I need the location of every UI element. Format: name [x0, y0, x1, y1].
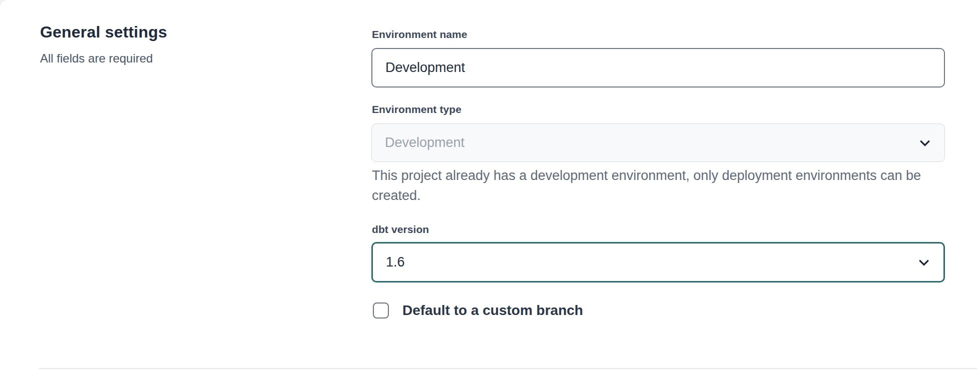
custom-branch-row: Default to a custom branch — [373, 302, 583, 319]
section-divider — [39, 368, 977, 369]
card-corner-inner — [0, 0, 11, 9]
custom-branch-label[interactable]: Default to a custom branch — [402, 302, 583, 319]
environment-type-helper-text: This project already has a development e… — [372, 166, 945, 206]
custom-branch-checkbox[interactable] — [373, 302, 389, 318]
page-subtitle: All fields are required — [40, 51, 320, 66]
environment-type-label: Environment type — [372, 104, 461, 116]
dbt-version-value: 1.6 — [386, 254, 405, 270]
settings-header: General settings All fields are required — [40, 22, 320, 66]
environment-type-select[interactable]: Development — [371, 124, 945, 162]
page-title: General settings — [40, 22, 320, 42]
card-corner — [0, 0, 11, 9]
chevron-down-icon — [917, 136, 932, 150]
dbt-version-select[interactable]: 1.6 — [371, 242, 945, 282]
environment-name-label: Environment name — [372, 28, 467, 40]
chevron-down-icon — [916, 255, 931, 270]
environment-type-value: Development — [385, 135, 464, 150]
environment-name-input[interactable] — [371, 48, 945, 88]
general-settings-form: Environment name Environment type Develo… — [371, 0, 945, 370]
dbt-version-label: dbt version — [372, 224, 429, 236]
